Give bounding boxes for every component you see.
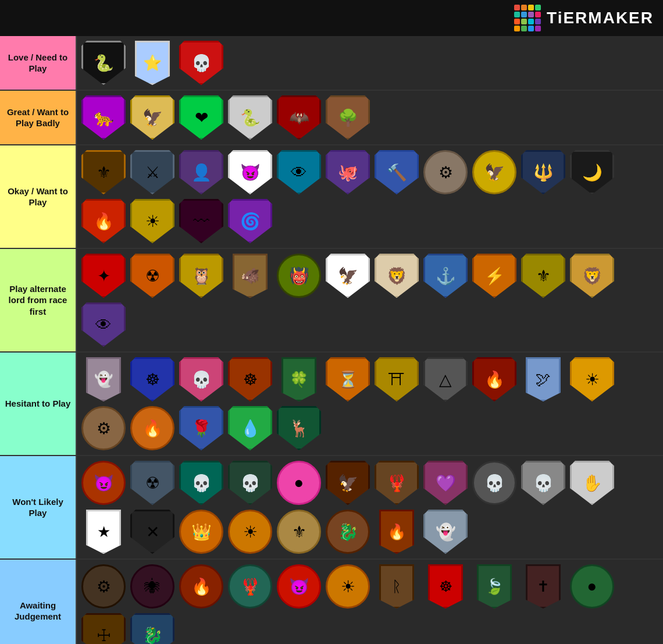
item-beast-banner[interactable]: 🐗 <box>227 252 273 299</box>
item-triangle-white[interactable]: △ <box>422 356 469 403</box>
item-griffin-gold[interactable]: 🦅 <box>129 94 176 141</box>
item-sun-gold2[interactable]: ☀ <box>129 198 176 244</box>
tier-items-love: 🐍⭐💀 <box>76 36 663 90</box>
item-moon-black[interactable]: 🌙 <box>569 149 615 195</box>
item-deer-dark-green[interactable]: 🦌 <box>276 405 322 451</box>
item-wheel-grey[interactable]: ⚙ <box>422 149 469 195</box>
item-owl-gold[interactable]: 🦉 <box>178 252 224 299</box>
item-wheel-dark-r[interactable]: ⚙ <box>80 563 127 610</box>
tier-items-hesitant: 👻☸💀☸🍀⏳⛩△🔥🕊☀⚙🔥🌹💧🦌 <box>76 353 663 455</box>
tier-row-hesitant: Hesitant to Play👻☸💀☸🍀⏳⛩△🔥🕊☀⚙🔥🌹💧🦌 <box>0 353 663 456</box>
item-dragon-teal-shield[interactable]: 🐉 <box>129 612 176 644</box>
item-bird-banner[interactable]: 🕊 <box>520 356 566 403</box>
item-trident-dark[interactable]: 🔱 <box>520 149 566 195</box>
item-flame-banner2[interactable]: 🔥 <box>373 508 420 555</box>
item-skull-pink[interactable]: 💀 <box>178 356 224 403</box>
item-fleur-gold[interactable]: ⚜ <box>520 252 566 299</box>
item-heart-purple[interactable]: 💜 <box>422 460 469 506</box>
item-chaos-orange[interactable]: ☢ <box>129 252 176 299</box>
item-panther-purple[interactable]: 🐆 <box>80 94 127 141</box>
item-wheel-red[interactable]: ☸ <box>227 356 273 403</box>
item-eye-purple[interactable]: 👁 <box>80 301 127 348</box>
item-claw-teal[interactable]: 🦞 <box>227 563 273 610</box>
item-tree-brown[interactable]: 🌳 <box>325 94 371 141</box>
logo-cell-2 <box>528 5 534 10</box>
item-star-banner[interactable]: ⭐ <box>129 40 176 86</box>
tier-list: Love / Need to Play🐍⭐💀Great / Want to Pl… <box>0 36 663 644</box>
item-rune-red[interactable]: ✦ <box>80 252 127 299</box>
item-leaf-dark-banner[interactable]: 🍃 <box>471 563 518 610</box>
item-tentacle-purple[interactable]: 🐙 <box>325 149 371 195</box>
logo-cell-15 <box>535 26 541 31</box>
item-crest-gold-dark[interactable]: ⚜ <box>80 149 127 195</box>
item-snake-silver[interactable]: 🐍 <box>227 94 273 141</box>
item-drop-green[interactable]: 💧 <box>227 405 273 451</box>
logo-cell-9 <box>521 19 527 24</box>
logo-cell-3 <box>535 5 541 10</box>
item-phoenix-white[interactable]: 🦅 <box>325 252 371 299</box>
item-demon-red-r[interactable]: 😈 <box>276 563 322 610</box>
item-clan-round[interactable]: 🐉 <box>325 508 371 555</box>
item-rune-orange[interactable]: ⚡ <box>471 252 518 299</box>
item-chaos-fire-r[interactable]: 🔥 <box>178 563 224 610</box>
item-flame-dark-red[interactable]: 🔥 <box>471 356 518 403</box>
item-chaos-banner-dark[interactable]: ✝ <box>520 563 566 610</box>
item-crown-orange[interactable]: 👑 <box>178 508 224 555</box>
item-chaos-spider[interactable]: 🕷 <box>129 563 176 610</box>
item-pagoda-gold[interactable]: ⛩ <box>373 356 420 403</box>
item-swirl-dark[interactable]: 〰 <box>178 198 224 244</box>
item-sun-bright[interactable]: ☀ <box>569 356 615 403</box>
item-eagle-gold[interactable]: 🦅 <box>471 149 518 195</box>
item-mask-white[interactable]: 😈 <box>227 149 273 195</box>
item-orb-green-r[interactable]: ● <box>569 563 615 610</box>
item-cog-brown[interactable]: ⚙ <box>80 405 127 451</box>
logo-cell-7 <box>535 12 541 17</box>
item-phoenix-orange[interactable]: 🔥 <box>129 405 176 451</box>
item-skull-round-dark[interactable]: 💀 <box>471 460 518 506</box>
item-clover-green[interactable]: 🍀 <box>276 356 322 403</box>
item-sigil-red-banner[interactable]: ☸ <box>422 563 469 610</box>
tier-label-great: Great / Want to Play Badly <box>0 91 76 144</box>
tier-row-wont: Won't Likely Play😈☢💀💀●🦅🦞💜💀💀✋★✕👑☀⚜🐉🔥👻 <box>0 456 663 560</box>
item-skull-red[interactable]: 💀 <box>178 40 224 86</box>
item-bat-crimson[interactable]: 🦇 <box>276 94 322 141</box>
item-hourglass-orange[interactable]: ⏳ <box>325 356 371 403</box>
item-sun-orange-r[interactable]: ☀ <box>227 508 273 555</box>
item-chaos-dark2[interactable]: ✕ <box>129 508 176 555</box>
item-sword-dark[interactable]: ⚔ <box>129 149 176 195</box>
tier-items-awaiting: ⚙🕷🔥🦞😈☀ᚱ☸🍃✝●☩🐉 <box>76 560 663 644</box>
item-flame-red2[interactable]: 🔥 <box>80 198 127 244</box>
item-claw-brown[interactable]: 🦞 <box>373 460 420 506</box>
item-orb-pink[interactable]: ● <box>276 460 322 506</box>
item-orc-round[interactable]: 👹 <box>276 252 322 299</box>
item-star-banner-white[interactable]: ★ <box>80 508 127 555</box>
item-face-purple[interactable]: 👤 <box>178 149 224 195</box>
item-chaos-wheel-blue[interactable]: ☸ <box>129 356 176 403</box>
item-heart-green[interactable]: ❤ <box>178 94 224 141</box>
item-demon-round[interactable]: 😈 <box>80 460 127 506</box>
item-ghost-banner[interactable]: 👻 <box>80 356 127 403</box>
item-lion-tan[interactable]: 🦁 <box>569 252 615 299</box>
item-chaos-grey[interactable]: ☢ <box>129 460 176 506</box>
item-eye-teal[interactable]: 👁 <box>276 149 322 195</box>
item-lion-white[interactable]: 🦁 <box>373 252 420 299</box>
item-snake-dark[interactable]: 🐍 <box>80 40 127 86</box>
item-skull-green[interactable]: 💀 <box>227 460 273 506</box>
item-wing-dark[interactable]: 🦅 <box>325 460 371 506</box>
item-spiral-purple[interactable]: 🌀 <box>227 198 273 244</box>
item-skull-banner-white[interactable]: 💀 <box>520 460 566 506</box>
item-ghost2[interactable]: 👻 <box>422 508 469 555</box>
item-skull-teal[interactable]: 💀 <box>178 460 224 506</box>
item-rune-banner[interactable]: ᚱ <box>373 563 420 610</box>
item-hand-red[interactable]: ✋ <box>569 460 615 506</box>
item-rose-blue[interactable]: 🌹 <box>178 405 224 451</box>
tier-label-wont: Won't Likely Play <box>0 456 76 558</box>
item-anchor-blue[interactable]: ⚓ <box>422 252 469 299</box>
item-sun-chaos[interactable]: ☀ <box>325 563 371 610</box>
item-hammer-blue[interactable]: 🔨 <box>373 149 420 195</box>
tier-items-wont: 😈☢💀💀●🦅🦞💜💀💀✋★✕👑☀⚜🐉🔥👻 <box>76 456 663 558</box>
item-crest-tan[interactable]: ⚜ <box>276 508 322 555</box>
logo-cell-6 <box>528 12 534 17</box>
item-rune-chaos[interactable]: ☩ <box>80 612 127 644</box>
tier-row-awaiting: Awaiting Judgement⚙🕷🔥🦞😈☀ᚱ☸🍃✝●☩🐉 <box>0 560 663 644</box>
